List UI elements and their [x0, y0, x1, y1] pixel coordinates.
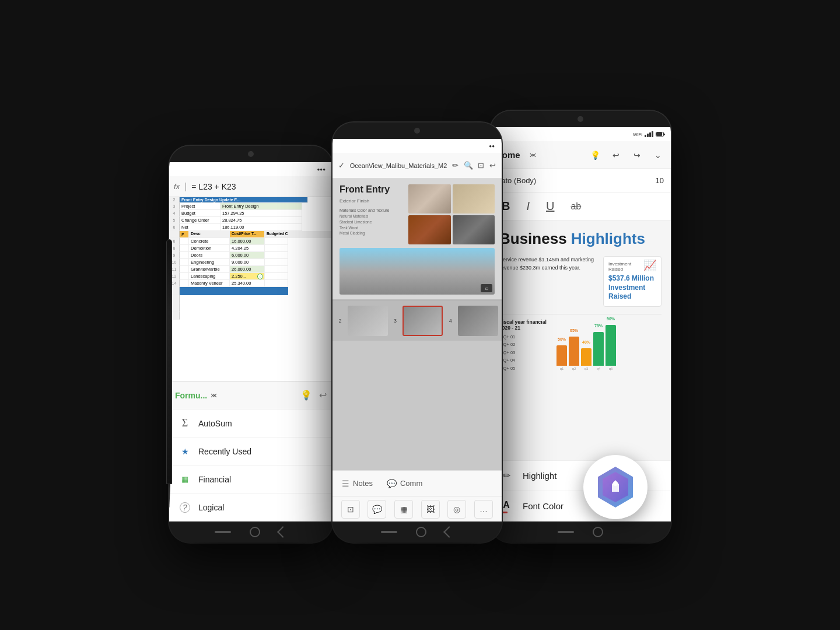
rv-eng: 9,000.00 — [230, 259, 265, 266]
notes-label: Notes — [353, 479, 373, 488]
nav-pill-right — [558, 531, 574, 533]
sig-bar-2 — [647, 134, 649, 137]
cell-budget-label: Budget — [180, 210, 220, 217]
row-header-3: 3 — [169, 203, 180, 210]
rv-demo: 4,204.25 — [230, 245, 265, 252]
font-color-label: Font Color — [523, 501, 564, 511]
xlabel-3: q3 — [581, 367, 592, 370]
redo-icon-right[interactable]: ↪ — [630, 148, 644, 162]
fx-label: fx — [174, 182, 180, 191]
bar-label-1: 50% — [558, 337, 566, 341]
strip-thumb-4[interactable] — [458, 306, 498, 336]
more-icon-right[interactable]: ⌄ — [651, 148, 665, 162]
underline-button[interactable]: U — [546, 200, 554, 213]
bar-label-4: 75% — [594, 324, 603, 328]
undo-icon-left[interactable]: ↩ — [319, 390, 327, 401]
rn-11 — [180, 266, 189, 273]
bulb-icon-right: 💡 — [588, 148, 602, 162]
formula-bar: fx | = L23 + K23 — [169, 176, 332, 197]
rv-land: 2,250... ○ — [230, 273, 265, 280]
page-num-3: 3 — [391, 318, 400, 324]
rd-masonry: Masonry Veneer — [189, 280, 230, 287]
materials-heading: Materials Color and Texture — [340, 208, 404, 212]
nav-circle-right — [593, 527, 603, 537]
ppt-filename: OceanView_Malibu_Materials_M2 — [350, 162, 447, 169]
menu-item-financial[interactable]: ▦ Financial — [169, 466, 332, 494]
signal-mid: ●● — [489, 144, 495, 149]
rv-masonry: 25,340.00 — [230, 280, 265, 287]
chevron-formu[interactable] — [209, 391, 218, 400]
stylus-body — [166, 239, 172, 484]
strip-thumb-3[interactable] — [402, 306, 443, 336]
undo-icon-right[interactable]: ↩ — [609, 148, 623, 162]
camera-dot-mid — [414, 128, 420, 134]
nav-pill-left — [215, 531, 231, 533]
word-toolbar: Home 💡 ↩ ↪ ⌄ — [490, 141, 671, 169]
ppt-tool-image[interactable]: 🖼 — [421, 500, 440, 519]
bulb-icon-left: 💡 — [300, 390, 312, 401]
bar-4: 75% — [593, 332, 604, 366]
slide-thumbnail-strip: 2 3 4 — [332, 300, 502, 341]
ppt-tool-shape[interactable]: ◎ — [447, 500, 466, 519]
menu-item-recently-used[interactable]: ★ Recently Used — [169, 438, 332, 466]
phone-top-bar-left — [169, 146, 332, 162]
ppt-tool-more[interactable]: … — [474, 500, 493, 519]
sig-bar-4 — [652, 131, 653, 137]
ppt-tabs-bar: ☰ Notes 💬 Comm — [332, 470, 502, 496]
service-revenue-text: Service revenue $1.145m and marketing re… — [499, 256, 597, 307]
col-cost: Cost/Price T... — [230, 231, 265, 238]
photo-wood — [408, 215, 451, 244]
star-icon: ★ — [178, 445, 191, 458]
page-num-4: 4 — [446, 318, 454, 324]
bold-button[interactable]: B — [502, 200, 510, 213]
rn-12 — [180, 273, 189, 280]
blue-footer-row — [180, 287, 288, 295]
home-chevron[interactable] — [528, 151, 537, 159]
col-desc: Desc — [189, 231, 230, 238]
ppt-tool-comment[interactable]: 💬 — [368, 500, 386, 519]
scene: ●●● fx | = L23 + K23 2 Front Entry Desig… — [158, 88, 682, 542]
status-bar-right: WiFi — [490, 127, 671, 141]
stat-icon: 📈 — [643, 259, 656, 272]
bar-label-2: 65% — [570, 328, 578, 332]
menu-item-autosum[interactable]: Σ AutoSum — [169, 410, 332, 438]
strikethrough-button[interactable]: ab — [570, 201, 581, 212]
col-num: # — [180, 231, 189, 238]
battery-fill — [656, 132, 662, 136]
status-icons-right: WiFi — [633, 131, 664, 137]
stylus — [166, 239, 173, 508]
nav-circle-mid — [416, 527, 426, 537]
spreadsheet-title-cell: Front Entry Design Update E... — [180, 197, 308, 203]
recently-used-label: Recently Used — [198, 447, 251, 456]
page-num-2: 2 — [336, 318, 344, 324]
excel-grid: 2 Front Entry Design Update E... 3 Proje… — [169, 197, 332, 381]
rd-demo: Demolition — [189, 245, 230, 252]
ppt-filename-bar: ✓ OceanView_Malibu_Materials_M2 ✏ 🔍 ⊡ ↩ — [332, 153, 502, 178]
italic-button[interactable]: I — [526, 200, 530, 213]
bar-label-5: 90% — [607, 317, 615, 321]
comments-tab[interactable]: 💬 Comm — [387, 479, 422, 488]
cell-net-val: 186,119.00 — [220, 224, 302, 231]
bar-1: 50% — [556, 345, 567, 366]
col-budgeted: Budgeted Cost — [265, 231, 288, 238]
rd-concrete: Concrete — [189, 238, 230, 245]
signal-bars-right — [645, 131, 653, 137]
menu-item-logical[interactable]: ? Logical — [169, 494, 332, 522]
bar-label-3: 40% — [582, 340, 590, 344]
question-icon: ? — [178, 501, 191, 514]
ppt-tool-table[interactable]: ▦ — [394, 500, 413, 519]
rd-doors: Doors — [189, 252, 230, 259]
rn-14 — [180, 280, 189, 287]
bar-chart-area: 50% 65% 40% 75% — [556, 319, 662, 372]
phone-left: ●●● fx | = L23 + K23 2 Front Entry Desig… — [169, 146, 332, 542]
strip-thumb-2[interactable] — [348, 306, 388, 336]
ppt-tool-frame[interactable]: ⊡ — [341, 500, 360, 519]
notes-tab[interactable]: ☰ Notes — [342, 479, 373, 488]
phone-mid: ●● ✓ OceanView_Malibu_Materials_M2 ✏ 🔍 ⊡… — [332, 123, 502, 542]
stat-box: Investment Raised 📈 $537.6 Million Inves… — [603, 256, 662, 307]
cell-net-label: Net — [180, 224, 220, 231]
phone-screen-left: ●●● fx | = L23 + K23 2 Front Entry Desig… — [169, 162, 332, 522]
rb-masonry — [265, 280, 288, 287]
xlabel-1: q1 — [556, 367, 567, 370]
doc-divider — [499, 314, 662, 314]
